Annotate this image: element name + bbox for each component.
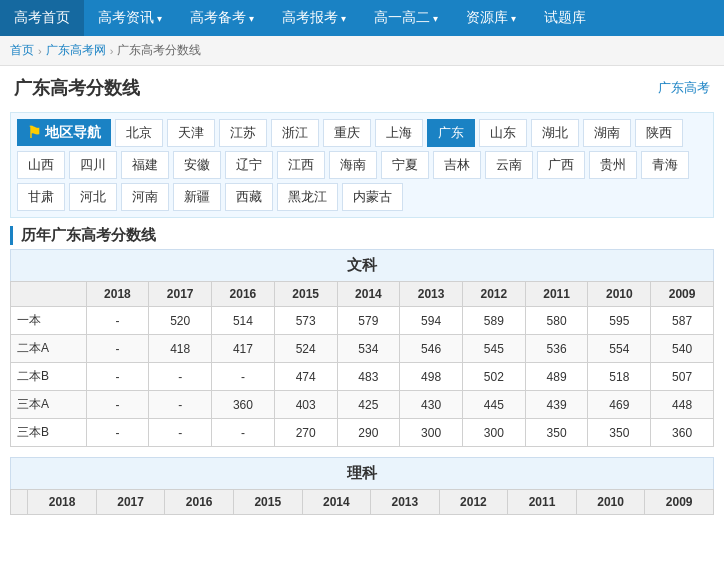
breadcrumb-home[interactable]: 首页 [10,42,34,59]
like-col-2017: 2017 [96,490,165,515]
nav-item-apply[interactable]: 高考报考 ▾ [268,0,360,36]
region-btn-shaanxi[interactable]: 陕西 [635,119,683,147]
region-btn-henan[interactable]: 河南 [121,183,169,211]
region-btn-shanghai[interactable]: 上海 [375,119,423,147]
region-btn-xizang[interactable]: 西藏 [225,183,273,211]
wenke-cell: 518 [588,363,651,391]
region-btn-shandong[interactable]: 山东 [479,119,527,147]
col-header-2012: 2012 [462,282,525,307]
breadcrumb-current: 广东高考分数线 [117,42,201,59]
breadcrumb-region[interactable]: 广东高考网 [46,42,106,59]
region-btn-jiangxi[interactable]: 江西 [277,151,325,179]
wenke-cell: 546 [400,335,463,363]
col-header-2014: 2014 [337,282,400,307]
like-col-2014: 2014 [302,490,371,515]
wenke-cell: 469 [588,391,651,419]
wenke-row: 二本A-418417524534546545536554540 [11,335,714,363]
region-btn-guizhou[interactable]: 贵州 [589,151,637,179]
wenke-cell: - [212,363,275,391]
col-header-2010: 2010 [588,282,651,307]
region-btn-gansu[interactable]: 甘肃 [17,183,65,211]
nav-item-resources[interactable]: 资源库 ▾ [452,0,530,36]
wenke-cell: - [149,419,212,447]
col-header-2015: 2015 [274,282,337,307]
region-btn-hainan[interactable]: 海南 [329,151,377,179]
nav-item-questions[interactable]: 试题库 [530,0,600,36]
region-btn-hunan[interactable]: 湖南 [583,119,631,147]
wenke-cell: 483 [337,363,400,391]
region-btn-anhui[interactable]: 安徽 [173,151,221,179]
nav-item-news[interactable]: 高考资讯 ▾ [84,0,176,36]
wenke-cell: 474 [274,363,337,391]
wenke-cell: 445 [462,391,525,419]
region-btn-jiangsu[interactable]: 江苏 [219,119,267,147]
breadcrumb: 首页 › 广东高考网 › 广东高考分数线 [0,36,724,66]
region-btn-yunnan[interactable]: 云南 [485,151,533,179]
region-btn-chongqing[interactable]: 重庆 [323,119,371,147]
wenke-cell: 360 [651,419,714,447]
region-btn-sichuan[interactable]: 四川 [69,151,117,179]
wenke-table-wrap: 文科 2018 2017 2016 2015 2014 2013 2012 20… [10,249,714,447]
region-btn-fujian[interactable]: 福建 [121,151,169,179]
region-btn-guangdong[interactable]: 广东 [427,119,475,147]
wenke-cell: 514 [212,307,275,335]
wenke-cell: - [149,391,212,419]
region-btn-tianjin[interactable]: 天津 [167,119,215,147]
region-btn-liaoning[interactable]: 辽宁 [225,151,273,179]
page-title: 广东高考分数线 [14,76,140,100]
chevron-down-icon: ▾ [249,13,254,24]
like-col-2010: 2010 [576,490,645,515]
wenke-cell: 594 [400,307,463,335]
like-col-2015: 2015 [233,490,302,515]
wenke-cell: 573 [274,307,337,335]
wenke-row: 三本A--360403425430445439469448 [11,391,714,419]
wenke-cell: 580 [525,307,588,335]
region-nav-label: ⚑ 地区导航 [17,119,111,146]
col-header-2016: 2016 [212,282,275,307]
region-btn-hubei[interactable]: 湖北 [531,119,579,147]
wenke-cell: 290 [337,419,400,447]
like-col-2016: 2016 [165,490,234,515]
wenke-row-label: 三本A [11,391,87,419]
nav-item-grade[interactable]: 高一高二 ▾ [360,0,452,36]
region-btn-jilin[interactable]: 吉林 [433,151,481,179]
nav-item-prep[interactable]: 高考备考 ▾ [176,0,268,36]
like-col-2018: 2018 [28,490,97,515]
like-col-2011: 2011 [508,490,577,515]
like-table: 2018 2017 2016 2015 2014 2013 2012 2011 … [10,489,714,515]
wenke-row-label: 三本B [11,419,87,447]
wenke-cell: - [86,335,149,363]
wenke-cell: 360 [212,391,275,419]
like-label: 理科 [10,457,714,489]
wenke-row: 三本B---270290300300350350360 [11,419,714,447]
wenke-cell: 540 [651,335,714,363]
region-btn-xinjiang[interactable]: 新疆 [173,183,221,211]
wenke-cell: - [86,307,149,335]
nav-label-questions: 试题库 [544,9,586,27]
region-btn-beijing[interactable]: 北京 [115,119,163,147]
section-title: 历年广东高考分数线 [10,226,714,245]
wenke-cell: - [149,363,212,391]
col-header-2009: 2009 [651,282,714,307]
wenke-cell: 403 [274,391,337,419]
wenke-cell: 520 [149,307,212,335]
wenke-cell: 439 [525,391,588,419]
region-btn-guangxi[interactable]: 广西 [537,151,585,179]
wenke-cell: 448 [651,391,714,419]
wenke-cell: 534 [337,335,400,363]
region-btn-heilongjiang[interactable]: 黑龙江 [277,183,338,211]
page-subtitle: 广东高考 [658,79,710,97]
region-btn-shanxi[interactable]: 山西 [17,151,65,179]
wenke-cell: 587 [651,307,714,335]
region-btn-hebei[interactable]: 河北 [69,183,117,211]
region-btn-qinghai[interactable]: 青海 [641,151,689,179]
region-btn-zhejiang[interactable]: 浙江 [271,119,319,147]
wenke-row-label: 二本B [11,363,87,391]
wenke-cell: 417 [212,335,275,363]
nav-bar: 高考首页 高考资讯 ▾ 高考备考 ▾ 高考报考 ▾ 高一高二 ▾ 资源库 ▾ 试… [0,0,724,36]
region-btn-neimenggu[interactable]: 内蒙古 [342,183,403,211]
nav-item-home[interactable]: 高考首页 [0,0,84,36]
wenke-cell: 554 [588,335,651,363]
region-icon: ⚑ [27,123,41,142]
region-btn-ningxia[interactable]: 宁夏 [381,151,429,179]
